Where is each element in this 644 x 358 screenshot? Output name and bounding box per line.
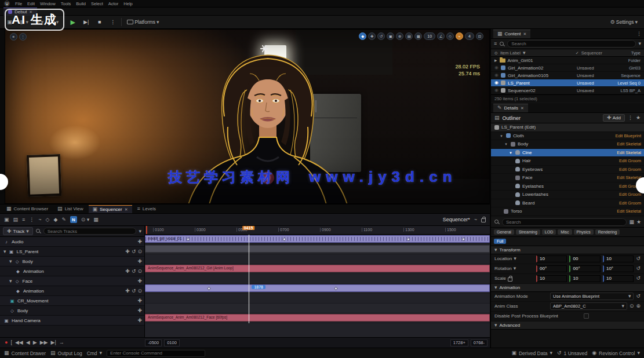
- loop-button[interactable]: →: [59, 340, 64, 345]
- keyframe[interactable]: [207, 286, 211, 290]
- track-row[interactable]: ◇ Body ✚: [0, 306, 144, 316]
- add-section-icon[interactable]: ✚: [137, 298, 142, 304]
- tab-sequencer[interactable]: ▣ Sequencer ✕: [89, 205, 132, 213]
- expand-arrow-icon[interactable]: ▾: [3, 249, 6, 254]
- outliner-row[interactable]: Beard Edit Groom: [491, 199, 644, 208]
- outliner-row[interactable]: Torso Edit Skeletal: [491, 207, 644, 216]
- content-row-selected[interactable]: ◉ LS_Parent Unsaved Level Seq 0: [491, 79, 644, 87]
- column-sequencer[interactable]: Sequencer: [581, 50, 602, 56]
- timeline-area[interactable]: 0100 0300 0500 0700 0900 1100 1300 1500 …: [145, 226, 490, 337]
- reset-rotation-icon[interactable]: ↺: [636, 266, 641, 271]
- time-ruler[interactable]: 0100 0300 0500 0700 0900 1100 1300 1500 …: [145, 226, 490, 235]
- cmd-dropdown[interactable]: Cmd ▾: [87, 350, 102, 356]
- timeline-row[interactable]: [145, 294, 490, 304]
- animation-mode-select[interactable]: Use Animation Blueprint ▾: [550, 293, 634, 300]
- grid-snap-value[interactable]: 10: [424, 32, 435, 40]
- menu-select[interactable]: Select: [91, 1, 103, 6]
- view-range-icon[interactable]: ▦: [93, 217, 99, 222]
- timeline-row[interactable]: [145, 304, 490, 313]
- go-to-start-button[interactable]: ◀◀: [15, 340, 23, 345]
- details-star-icon[interactable]: ★: [636, 220, 641, 225]
- rotation-x-field[interactable]: 00°: [536, 265, 567, 272]
- actions-icon[interactable]: ≡: [22, 217, 25, 222]
- add-actor-button[interactable]: ✚ Add: [603, 114, 625, 122]
- expand-arrow-icon[interactable]: ▾: [9, 279, 12, 284]
- view-options-icon[interactable]: ▾: [638, 41, 641, 46]
- track-row[interactable]: ▾ ◇ Face ✚: [0, 276, 144, 286]
- track-undo-icon[interactable]: ↺: [132, 269, 136, 274]
- content-row[interactable]: ◉ Sequencer02 Unsaved LS5 BP_A: [491, 87, 644, 94]
- filter-icon[interactable]: ≡: [494, 41, 497, 46]
- rotation-label[interactable]: Rotation▾: [494, 266, 534, 271]
- tab-list-view[interactable]: ▤ List View: [53, 205, 87, 213]
- expand-arrow-icon[interactable]: ▾: [499, 134, 504, 138]
- filter-rendering[interactable]: Rendering: [595, 229, 620, 235]
- scale-tool-icon[interactable]: ▣: [387, 32, 394, 40]
- camera-speed-icon[interactable]: ⌁: [456, 32, 463, 40]
- column-type[interactable]: Type: [605, 50, 641, 56]
- details-search-input[interactable]: [502, 218, 627, 226]
- select-mode-icon[interactable]: ◆: [359, 32, 366, 40]
- track-row[interactable]: ▣ CR_Movement ✚: [0, 296, 144, 306]
- track-row[interactable]: ▣ Hand Camera ✚: [0, 316, 144, 326]
- revision-control-button[interactable]: ◉ Revision Control ▾: [592, 350, 640, 356]
- lock-icon[interactable]: [481, 218, 486, 222]
- playhead-line[interactable]: [249, 235, 249, 323]
- tab-levels[interactable]: ≡ Levels: [133, 205, 160, 213]
- viewport-options-icon[interactable]: ⋮: [19, 33, 27, 41]
- audio-clip[interactable]: mixkit_girl_vocal_01: [145, 235, 490, 243]
- tab-content[interactable]: ▦ Content ✕: [493, 30, 530, 38]
- move-tool-icon[interactable]: ✚: [368, 32, 376, 40]
- add-section-icon[interactable]: ✚: [137, 318, 142, 323]
- save-sequence-icon[interactable]: ▣: [4, 217, 9, 222]
- viewport-menu-icon[interactable]: ≡: [10, 33, 17, 41]
- menu-tools[interactable]: Tools: [61, 1, 71, 6]
- expand-arrow-icon[interactable]: ▾: [9, 259, 12, 264]
- advanced-expander[interactable]: ▾ Advanced: [491, 322, 644, 330]
- content-row[interactable]: ◉ Girl_Animation0105 Unsaved Sequence: [491, 72, 644, 79]
- content-drawer-button[interactable]: ▦ Content Drawer: [4, 350, 46, 356]
- filter-streaming[interactable]: Streaming: [516, 229, 540, 235]
- filter-general[interactable]: General: [494, 229, 514, 235]
- track-target-icon[interactable]: ⊙: [137, 269, 142, 274]
- tab-details[interactable]: ✎ Details ✕: [493, 104, 528, 112]
- location-label[interactable]: Location▾: [494, 256, 534, 261]
- tab-content-browser[interactable]: ▦ Content Browser: [2, 205, 52, 213]
- record-button[interactable]: ●: [5, 340, 8, 345]
- track-target-icon[interactable]: ⊙: [137, 249, 142, 254]
- edit-icon[interactable]: ✎: [61, 217, 66, 222]
- settings-dropdown[interactable]: ⚙ Settings ▾: [609, 17, 639, 27]
- add-track-button[interactable]: ✚Track▾: [3, 227, 33, 235]
- location-z-field[interactable]: 10: [603, 255, 634, 262]
- play-button[interactable]: ▶: [68, 17, 78, 27]
- timeline-row[interactable]: [145, 244, 490, 254]
- expand-arrow-icon[interactable]: ▾: [504, 142, 508, 146]
- track-undo-icon[interactable]: ↺: [132, 249, 136, 254]
- add-section-icon[interactable]: ✚: [137, 308, 142, 313]
- use-selected-icon[interactable]: ⊕: [636, 304, 641, 309]
- rotation-y-field[interactable]: 00°: [569, 265, 600, 272]
- outliner-row[interactable]: ▾ Cloth Edit Blueprint: [491, 132, 644, 141]
- menu-build[interactable]: Build: [76, 1, 86, 6]
- reveal-icon[interactable]: ⊙: [494, 51, 498, 55]
- grid-snap-icon[interactable]: ▦: [414, 32, 422, 40]
- derived-data-button[interactable]: ▣ Derived Data ▾: [511, 350, 552, 356]
- range-start-field[interactable]: -0500: [145, 339, 162, 346]
- track-row[interactable]: ♪ Audio ✚: [0, 237, 144, 247]
- sequence-breadcrumb[interactable]: Sequencer*: [443, 217, 470, 222]
- animation-section-header[interactable]: ▾ Animation: [491, 284, 644, 292]
- add-section-icon[interactable]: ✚: [125, 288, 130, 294]
- outliner-row[interactable]: Eyelashes Edit Groom: [491, 182, 644, 191]
- rotation-snap-icon[interactable]: ∠: [437, 32, 445, 40]
- anim-class-select[interactable]: ABP_Am0802_C ▾: [550, 302, 627, 310]
- scale-z-field[interactable]: 10: [603, 275, 634, 282]
- track-search-input[interactable]: [43, 228, 137, 235]
- column-item-label[interactable]: Item Label: [500, 50, 521, 56]
- outliner-row-selected[interactable]: ▾ Cine Edit Skeletal: [491, 149, 644, 158]
- post-process-checkbox[interactable]: [584, 313, 589, 319]
- unsaved-button[interactable]: ↺ 1 Unsaved: [557, 350, 587, 356]
- add-section-icon[interactable]: ✚: [137, 279, 142, 284]
- timeline-row-audio[interactable]: mixkit_girl_vocal_01: [145, 235, 490, 244]
- world-local-icon[interactable]: ⊕: [396, 32, 403, 40]
- outliner-settings-icon[interactable]: ⋮: [628, 115, 633, 120]
